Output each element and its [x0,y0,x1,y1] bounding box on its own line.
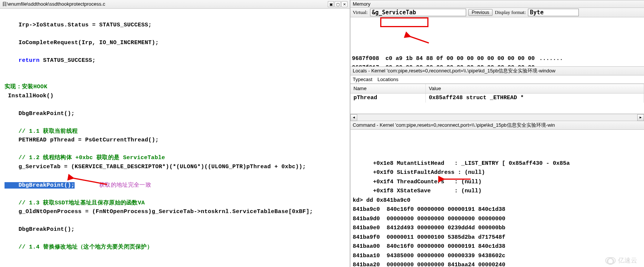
command-line: +0x1f0 SListFaultAddress : (null) [353,168,642,178]
right-pane: Memory Virtual: Previous Display format:… [350,0,644,267]
local-name: pThread [350,94,426,103]
locations-link[interactable]: Locations [378,77,399,82]
memory-row: 9687f017 00 00 00 00 00 00 00 00 00 00 0… [352,63,642,66]
command-output[interactable]: +0x1e8 MutantListHead : _LIST_ENTRY [ 0x… [350,130,644,267]
scroll-left-icon[interactable]: ◀ [350,114,357,121]
command-line: kd> dd 0x841ba9c0 [353,196,642,206]
memory-toolbar: Virtual: Previous Display format: [350,8,644,17]
command-line: +0x1f8 XStateSave : (null) [353,187,642,196]
memory-title: Memory [353,1,370,7]
mem-addr: 9687f008 [352,54,382,63]
locals-header: Name Value [350,84,644,94]
command-title: Command - Kernel 'com:pipe,resets=0,reco… [353,122,555,129]
command-line: 841ba9f0 00000011 00000100 5385d2ba d717… [353,233,642,242]
command-line: +0x1e8 MutantListHead : _LIST_ENTRY [ 0x… [353,159,642,169]
code-line: DbgBreakPoint(); [5,110,75,117]
source-header: 目\enumfile\sddthook\ssdthookprotectproce… [0,0,350,9]
col-name[interactable]: Name [350,84,426,93]
command-line: 841baa20 00000000 00000000 841baa24 0000… [353,261,642,267]
mem-bytes: c0 a9 1b 84 88 0f 00 00 00 00 00 00 00 0… [382,54,535,63]
command-title-bar: Command - Kernel 'com:pipe,resets=0,reco… [350,121,644,130]
highlight-box [380,17,428,27]
local-value: 0x85aff248 struct _ETHREAD * [426,94,644,103]
memory-body[interactable]: 9687f008 c0 a9 1b 84 88 0f 00 00 00 00 0… [350,17,644,66]
memory-title-bar: Memory [350,0,644,8]
comment: 实现：安装HOOK [5,84,47,90]
selected-line: DbgBreakPoint(); [5,182,75,189]
locals-title: Locals - Kernel 'com:pipe,resets=0,recon… [353,68,555,74]
command-line: 841ba9e0 8412d493 00000000 0239dd4d 0000… [353,224,642,233]
locals-title-bar: Locals - Kernel 'com:pipe,resets=0,recon… [350,66,644,75]
comment: // 1.4 替换修改地址（这个地方先要关闭页保护） [5,244,153,250]
comment: // 1.2 线程结构体 +0xbc 获取的是 ServiceTable [5,155,165,161]
mem-ascii: ....... [539,54,563,63]
code-line: PETHREAD pThread = PsGetCurrentThread(); [5,137,159,143]
svg-line-1 [409,36,429,43]
scroll-right-icon[interactable]: ▶ [637,114,644,121]
command-line: 841baa10 94385000 00000000 00000339 9438… [353,252,642,261]
comment: // 1.3 获取SSDT地址基址且保存原始的函数VA [5,200,145,206]
watermark-logo-icon [605,257,616,264]
source-editor[interactable]: Irp->IoStatus.Status = STATUS_SUCCESS; I… [0,9,350,267]
memory-row: 9687f008 c0 a9 1b 84 88 0f 00 00 00 00 0… [352,54,642,63]
code-line: g_ServiceTab = (KSERVICE_TABLE_DESCRIPTO… [5,164,306,170]
code-line [5,57,18,64]
locals-hscroll[interactable]: ◀ ▶ [350,114,644,121]
code-line: InstallHook() [5,93,54,99]
source-pane: 目\enumfile\sddthook\ssdthookprotectproce… [0,0,350,267]
source-path: 目\enumfile\sddthook\ssdthookprotectproce… [2,1,105,8]
annotation-arrow-memory [387,26,433,58]
watermark: 亿速云 [605,256,637,265]
locals-toolbar: Typecast Locations [350,75,644,84]
code-line: DbgBreakPoint(); [5,226,75,233]
display-format-select[interactable] [528,9,579,16]
keyword-return: return [18,57,40,64]
command-line: 841baa00 840c16f0 00000000 00000191 840c… [353,242,642,252]
mem-ascii: ....... [539,63,563,66]
maximize-icon[interactable]: ▢ [335,1,341,7]
typecast-link[interactable]: Typecast [353,77,372,82]
virtual-label: Virtual: [353,9,368,15]
comment: // 1.1 获取当前线程 [5,128,78,135]
restore-icon[interactable]: ▣ [328,1,334,7]
mem-addr: 9687f017 [352,63,382,66]
code-line: g_OldNtOpenProcess = (FnNtOpenProcess)g_… [5,209,313,215]
command-line: +0x1f4 ThreadCounters : (null) [353,178,642,187]
annotation: 获取的地址完全一致 [99,181,151,188]
mem-bytes: 00 00 00 00 00 00 00 00 00 00 00 00 00 0… [382,63,535,66]
display-format-label: Display format: [495,9,526,15]
locals-row[interactable]: pThread0x85aff248 struct _ETHREAD * [350,94,644,103]
previous-button[interactable]: Previous [468,9,493,16]
code-line: IoCompleteRequest(Irp, IO_NO_INCREMENT); [5,40,159,46]
col-value[interactable]: Value [426,84,644,93]
command-line: 841ba9c0 840c16f0 00000000 00000191 840c… [353,205,642,215]
close-icon[interactable]: ✕ [341,1,347,7]
code-line: STATUS_SUCCESS; [40,57,96,64]
watermark-text: 亿速云 [618,256,637,265]
locals-table: Name Value pThread0x85aff248 struct _ETH… [350,84,644,121]
code-line: Irp->IoStatus.Status = STATUS_SUCCESS; [5,22,152,28]
virtual-input[interactable] [370,9,466,16]
command-line: 841ba9d0 00000000 00000000 00000000 0000… [353,215,642,224]
